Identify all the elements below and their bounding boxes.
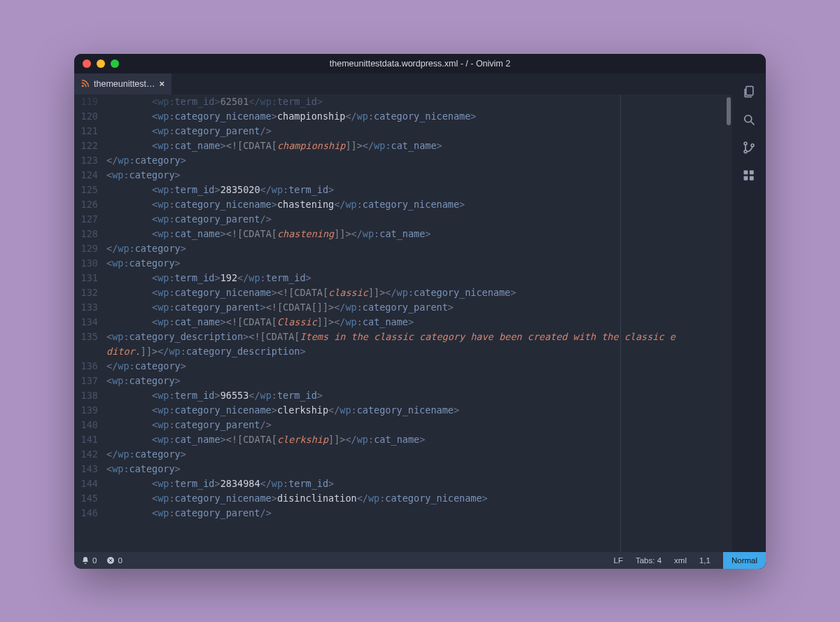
code-line[interactable]: </wp:category> bbox=[106, 241, 732, 256]
status-eol[interactable]: LF bbox=[614, 556, 623, 565]
line-number: 134 bbox=[74, 315, 98, 330]
code-line[interactable]: <wp:category> bbox=[106, 168, 732, 183]
main: themeunittest… × 11912012112212312412512… bbox=[74, 73, 732, 552]
code-line[interactable]: <wp:category_nicename>chastening</wp:cat… bbox=[106, 197, 732, 212]
svg-rect-8 bbox=[750, 170, 754, 174]
gutter: 1191201211221231241251261271281291301311… bbox=[74, 94, 104, 552]
code-line[interactable]: <wp:term_id>2835020</wp:term_id> bbox=[106, 183, 732, 197]
svg-rect-1 bbox=[746, 86, 753, 95]
notifications-button[interactable]: 0 bbox=[81, 556, 97, 565]
search-icon[interactable] bbox=[742, 113, 756, 127]
code-line[interactable]: <wp:cat_name><![CDATA[chastening]]></wp:… bbox=[106, 227, 732, 241]
status-tabs[interactable]: Tabs: 4 bbox=[636, 556, 662, 565]
code-line[interactable]: </wp:category> bbox=[106, 447, 732, 462]
code-line[interactable]: <wp:term_id>192</wp:term_id> bbox=[106, 271, 732, 285]
line-number: 127 bbox=[74, 212, 98, 227]
files-icon[interactable] bbox=[742, 85, 756, 99]
body: themeunittest… × 11912012112212312412512… bbox=[74, 73, 766, 552]
svg-line-3 bbox=[751, 121, 755, 125]
code-line[interactable]: <wp:cat_name><![CDATA[championship]]></w… bbox=[106, 139, 732, 153]
code-line[interactable]: <wp:category_nicename>championship</wp:c… bbox=[106, 109, 732, 124]
svg-rect-7 bbox=[744, 170, 748, 174]
maximize-window-button[interactable] bbox=[111, 59, 119, 68]
line-number: 135 bbox=[74, 330, 98, 344]
scrollbar-thumb[interactable] bbox=[727, 97, 731, 125]
line-number: 145 bbox=[74, 491, 98, 506]
notifications-count: 0 bbox=[92, 556, 97, 565]
line-number: 132 bbox=[74, 285, 98, 300]
status-pos[interactable]: 1,1 bbox=[699, 556, 710, 565]
line-number: 121 bbox=[74, 124, 98, 139]
code-line[interactable]: <wp:category_parent><![CDATA[]]></wp:cat… bbox=[106, 300, 732, 315]
code-line[interactable]: <wp:term_id>62501</wp:term_id> bbox=[106, 94, 732, 109]
close-window-button[interactable] bbox=[83, 59, 91, 68]
code-line[interactable]: <wp:cat_name><![CDATA[Classic]]></wp:cat… bbox=[106, 315, 732, 330]
status-mode[interactable]: Normal bbox=[723, 552, 766, 569]
editor-wrap: 1191201211221231241251261271281291301311… bbox=[74, 94, 732, 552]
close-tab-icon[interactable]: × bbox=[160, 78, 165, 89]
code-line[interactable]: <wp:category_nicename>disinclination</wp… bbox=[106, 491, 732, 506]
errors-count: 0 bbox=[118, 556, 122, 565]
line-number: 124 bbox=[74, 168, 98, 183]
code-line[interactable]: <wp:category_description><![CDATA[Items … bbox=[106, 330, 732, 344]
tab-file[interactable]: themeunittest… × bbox=[74, 73, 172, 94]
line-number: 130 bbox=[74, 256, 98, 271]
line-number: 133 bbox=[74, 300, 98, 315]
code-line[interactable]: <wp:category_parent/> bbox=[106, 124, 732, 139]
extensions-icon[interactable] bbox=[742, 169, 756, 183]
line-number: 120 bbox=[74, 109, 98, 124]
window-title: themeunittestdata.wordpress.xml - / - On… bbox=[74, 59, 766, 69]
window: themeunittestdata.wordpress.xml - / - On… bbox=[74, 54, 766, 569]
line-number: 142 bbox=[74, 447, 98, 462]
line-number: 138 bbox=[74, 388, 98, 403]
code-line[interactable]: <wp:category_parent/> bbox=[106, 212, 732, 227]
statusbar: 0 0 LF Tabs: 4 xml 1,1 Normal bbox=[74, 552, 766, 569]
line-number: 137 bbox=[74, 374, 98, 388]
line-number: 136 bbox=[74, 359, 98, 374]
tabbar[interactable]: themeunittest… × bbox=[74, 73, 732, 94]
line-number: 139 bbox=[74, 403, 98, 418]
line-number: 144 bbox=[74, 476, 98, 491]
code-line[interactable]: </wp:category> bbox=[106, 153, 732, 168]
code-line[interactable]: <wp:category_parent/> bbox=[106, 418, 732, 432]
code[interactable]: <wp:term_id>62501</wp:term_id> <wp:categ… bbox=[104, 94, 732, 552]
line-number: 119 bbox=[74, 94, 98, 109]
line-number: 128 bbox=[74, 227, 98, 241]
titlebar[interactable]: themeunittestdata.wordpress.xml - / - On… bbox=[74, 54, 766, 73]
git-icon[interactable] bbox=[742, 141, 756, 155]
tab-label: themeunittest… bbox=[94, 79, 155, 89]
code-line[interactable]: ditor.]]></wp:category_description> bbox=[106, 344, 732, 359]
errors-button[interactable]: 0 bbox=[106, 556, 122, 565]
scrollbar[interactable] bbox=[725, 94, 732, 552]
status-lang[interactable]: xml bbox=[674, 556, 687, 565]
code-line[interactable]: </wp:category> bbox=[106, 359, 732, 374]
svg-rect-9 bbox=[744, 176, 748, 180]
traffic-lights bbox=[74, 59, 119, 68]
line-number: 131 bbox=[74, 271, 98, 285]
line-number: 123 bbox=[74, 153, 98, 168]
svg-point-5 bbox=[744, 150, 747, 153]
editor[interactable]: 1191201211221231241251261271281291301311… bbox=[74, 94, 732, 552]
activitybar bbox=[732, 73, 766, 552]
code-line[interactable]: <wp:category> bbox=[106, 256, 732, 271]
line-number: 141 bbox=[74, 432, 98, 447]
code-line[interactable]: <wp:cat_name><![CDATA[clerkship]]></wp:c… bbox=[106, 432, 732, 447]
svg-point-6 bbox=[751, 143, 754, 146]
code-line[interactable]: <wp:term_id>96553</wp:term_id> bbox=[106, 388, 732, 403]
code-line[interactable]: <wp:category> bbox=[106, 374, 732, 388]
code-line[interactable]: <wp:category_nicename><![CDATA[classic]]… bbox=[106, 285, 732, 300]
code-line[interactable]: <wp:category_nicename>clerkship</wp:cate… bbox=[106, 403, 732, 418]
line-number bbox=[74, 344, 98, 359]
line-number: 140 bbox=[74, 418, 98, 432]
line-number: 126 bbox=[74, 197, 98, 212]
rss-icon bbox=[81, 79, 90, 89]
svg-point-4 bbox=[744, 142, 747, 145]
minimize-window-button[interactable] bbox=[97, 59, 105, 68]
code-line[interactable]: <wp:category> bbox=[106, 462, 732, 476]
line-number: 122 bbox=[74, 139, 98, 153]
line-number: 129 bbox=[74, 241, 98, 256]
line-number: 125 bbox=[74, 183, 98, 197]
ruler bbox=[620, 94, 621, 552]
code-line[interactable]: <wp:category_parent/> bbox=[106, 506, 732, 521]
code-line[interactable]: <wp:term_id>2834984</wp:term_id> bbox=[106, 476, 732, 491]
